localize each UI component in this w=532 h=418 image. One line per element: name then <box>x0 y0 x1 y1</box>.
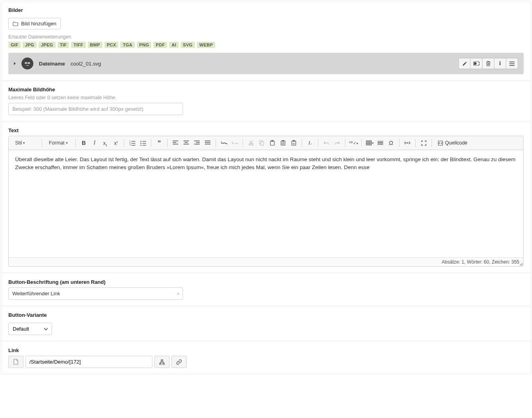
separator <box>302 139 302 147</box>
svg-rect-46 <box>366 141 371 145</box>
unordered-list-button[interactable] <box>138 138 148 148</box>
extensions-list: GIF JPG JPEG TIF TIFF BMP PCX TGA PNG PD… <box>8 42 524 48</box>
file-row[interactable]: Dateiname cool2_01.svg i <box>8 53 524 74</box>
editor-content[interactable]: Überall dieselbe alte Leier. Das Layout … <box>9 150 523 257</box>
separator <box>243 139 243 147</box>
align-justify-button[interactable] <box>202 138 213 148</box>
button-caption-title: Button-Beschriftung (am unteren Rand) <box>8 279 524 285</box>
cut-button[interactable] <box>246 138 256 148</box>
separator <box>361 139 362 147</box>
chain-link-icon <box>176 359 182 365</box>
svg-text:3: 3 <box>129 144 131 146</box>
clear-input-button[interactable]: × <box>177 291 180 297</box>
redo-button[interactable] <box>332 138 342 148</box>
separator <box>216 139 216 147</box>
bold-button[interactable]: B <box>79 138 89 148</box>
align-right-button[interactable] <box>192 138 202 148</box>
link-section: Link <box>1 341 531 374</box>
add-image-label: Bild hinzufügen <box>21 21 56 27</box>
copy-icon <box>259 140 264 146</box>
menu-button[interactable] <box>506 58 518 69</box>
button-caption-input[interactable] <box>8 287 183 300</box>
unlink-icon <box>232 141 238 144</box>
source-button[interactable]: Quellcode <box>435 138 470 148</box>
ext-badge: GIF <box>8 42 21 48</box>
superscript-button[interactable]: x² <box>111 138 121 148</box>
button-variant-select[interactable]: Default <box>8 323 52 335</box>
maximize-button[interactable] <box>418 138 429 148</box>
hamburger-icon <box>509 62 515 66</box>
file-actions: i <box>459 58 518 69</box>
link-picker-button[interactable] <box>154 356 170 368</box>
special-char-button[interactable]: Ω <box>386 138 396 148</box>
toggle-icon <box>473 62 480 65</box>
subscript-button[interactable]: x₂ <box>100 138 110 148</box>
maxheight-hint: Leeres Feld oder 0 setzen keine maximale… <box>8 95 524 100</box>
sitemap-icon <box>159 359 165 365</box>
bold-icon: B <box>82 140 86 146</box>
svg-point-19 <box>140 144 141 145</box>
paste-text-button[interactable] <box>278 138 288 148</box>
link-button[interactable] <box>219 138 229 148</box>
remove-format-icon: Iₓ <box>308 140 312 146</box>
svg-point-17 <box>140 143 141 144</box>
filename-value: cool2_01.svg <box>71 61 101 67</box>
file-thumbnail <box>21 58 33 69</box>
separator <box>399 139 399 147</box>
align-left-button[interactable] <box>170 138 181 148</box>
svg-point-5 <box>474 62 476 65</box>
edit-button[interactable] <box>459 58 470 69</box>
scissors-icon <box>249 141 254 146</box>
link-input[interactable] <box>25 356 152 368</box>
quote-icon: ” <box>158 139 161 146</box>
ext-badge: PCX <box>104 42 119 48</box>
ext-badge: PNG <box>137 42 152 48</box>
italic-button[interactable]: I <box>89 138 100 148</box>
link-url-button[interactable] <box>172 356 187 368</box>
info-button[interactable]: i <box>494 58 506 69</box>
paste-word-button[interactable]: W <box>289 138 299 148</box>
spellcheck-button[interactable]: ᴬᴮ✓▾ <box>348 138 359 148</box>
align-center-button[interactable] <box>181 138 191 148</box>
svg-rect-1 <box>25 62 27 64</box>
copy-button[interactable] <box>256 138 267 148</box>
unlink-button[interactable] <box>229 138 240 148</box>
ext-badge: AI <box>169 42 179 48</box>
align-center-icon <box>183 141 189 145</box>
toggle-button[interactable] <box>470 58 482 69</box>
extensions-label: Erlaubte Dateierweiterungen <box>8 34 524 40</box>
maxheight-section: Maximale Bildhöhe Leeres Feld oder 0 set… <box>1 80 531 121</box>
undo-button[interactable] <box>321 138 332 148</box>
maxheight-input[interactable] <box>8 103 183 115</box>
ext-badge: JPG <box>23 42 37 48</box>
undo-icon <box>324 141 329 145</box>
delete-button[interactable] <box>482 58 494 69</box>
separator <box>151 139 151 147</box>
table-button[interactable]: ▾ <box>364 138 375 148</box>
remove-format-button[interactable]: Iₓ <box>305 138 315 148</box>
ordered-list-button[interactable]: 123 <box>127 138 137 148</box>
ext-badge: TIFF <box>71 42 85 48</box>
format-dropdown[interactable]: Format▾ <box>45 138 73 148</box>
iframe-button[interactable] <box>402 138 412 148</box>
separator <box>124 139 124 147</box>
superscript-icon: x² <box>114 140 118 146</box>
align-left-icon <box>173 141 178 145</box>
hr-icon <box>378 141 383 145</box>
separator <box>415 139 416 147</box>
text-title: Text <box>8 127 524 133</box>
pencil-icon <box>462 61 467 66</box>
horizontal-rule-button[interactable] <box>375 138 386 148</box>
blockquote-button[interactable]: ” <box>154 138 164 148</box>
maxheight-title: Maximale Bildhöhe <box>8 87 524 92</box>
svg-rect-58 <box>163 363 164 364</box>
resize-handle[interactable] <box>519 262 522 266</box>
paste-button[interactable] <box>267 138 278 148</box>
add-image-button[interactable]: Bild hinzufügen <box>8 18 61 29</box>
align-justify-icon <box>205 141 210 145</box>
ext-badge: TIF <box>58 42 69 48</box>
spellcheck-icon: ᴬᴮ✓▾ <box>349 141 358 146</box>
style-dropdown[interactable]: Stil▾ <box>11 138 39 148</box>
source-icon <box>438 141 443 146</box>
expand-caret-icon[interactable] <box>14 62 16 65</box>
